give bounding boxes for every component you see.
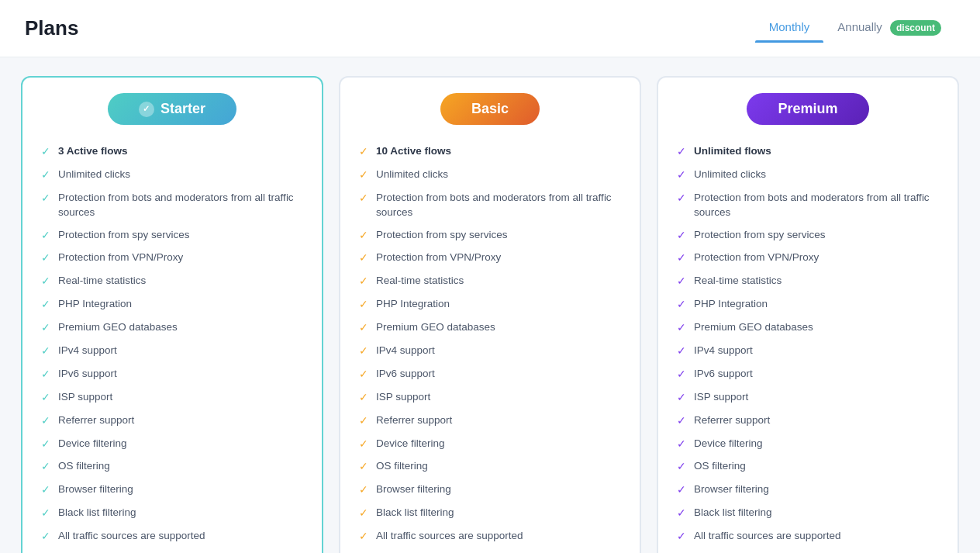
feature-text: Browser filtering [58,482,133,497]
feature-text: Premium GEO databases [694,320,813,335]
list-item: ✓OS filtering [41,455,303,479]
list-item: ✓Referrer support [359,410,621,433]
feature-text: All traffic sources are supported [694,529,841,544]
list-item: ✓Protection from spy services [41,224,303,247]
feature-text: Black list filtering [694,506,772,520]
check-icon: ✓ [677,530,686,544]
list-item: ✓Browser filtering [41,479,303,502]
check-icon: ✓ [677,321,686,336]
list-item: ✓Protection from VPN/Proxy [359,247,621,270]
check-icon: ✓ [41,229,50,244]
list-item: ✓Real-time statistics [359,270,621,293]
check-icon: ✓ [359,321,368,336]
list-item: ✓IPv6 support [677,363,939,386]
check-icon: ✓ [677,145,686,160]
plan-card-premium: Premium✓Unlimited flows✓Unlimited clicks… [657,76,959,553]
feature-text: Protection from spy services [694,228,826,243]
check-icon: ✓ [359,460,368,475]
plan-badge-basic: Basic [440,93,540,125]
list-item: ✓Referrer support [677,410,939,433]
feature-text: OS filtering [58,459,110,474]
feature-text: Referrer support [58,413,134,428]
check-icon: ✓ [359,298,368,313]
list-item: ✓Premium GEO databases [41,316,303,340]
list-item: ✓3 Active flows [41,140,303,164]
check-icon: ✓ [41,251,50,266]
check-icon: ✓ [677,437,686,452]
feature-text: PHP Integration [694,297,768,312]
check-icon: ✓ [41,192,50,206]
list-item: ✓Real-time statistics [677,270,939,293]
billing-annually[interactable]: Annually discount [823,14,955,43]
feature-text: Protection from bots and moderators from… [376,191,621,220]
list-item: ✓Device filtering [359,433,621,456]
plan-card-starter: ✓Starter✓3 Active flows✓Unlimited clicks… [21,76,323,553]
check-icon: ✓ [41,168,50,183]
list-item: ✓10 Active flows [359,140,621,164]
check-icon: ✓ [41,460,50,475]
feature-text: Device filtering [694,437,763,451]
list-item: ✓Protection from spy services [359,224,621,247]
feature-text: IPv4 support [58,344,117,358]
feature-text: Protection from VPN/Proxy [376,251,501,265]
plan-header-basic: Basic [340,78,640,137]
check-icon: ✓ [359,483,368,498]
list-item: ✓IPv6 support [41,363,303,386]
page-title: Plans [25,16,78,40]
list-item: ✓Unlimited flows [677,140,939,164]
plan-header-starter: ✓Starter [22,78,322,137]
billing-toggle: Monthly Annually discount [755,14,955,43]
feature-text: Protection from spy services [58,228,190,243]
feature-text: PHP Integration [376,297,450,312]
check-circle-icon: ✓ [139,102,154,117]
feature-text: Protection from spy services [376,228,508,243]
billing-monthly[interactable]: Monthly [755,14,824,43]
list-item: ✓Device filtering [677,433,939,456]
feature-text: Real-time statistics [58,274,146,289]
list-item: ✓IPv4 support [41,340,303,363]
feature-text: Protection from bots and moderators from… [58,191,303,220]
feature-text: Unlimited clicks [376,168,448,182]
check-icon: ✓ [359,145,368,160]
check-icon: ✓ [359,275,368,289]
features-list-starter: ✓3 Active flows✓Unlimited clicks✓Protect… [22,137,322,553]
list-item: ✓Premium GEO databases [359,316,621,340]
check-icon: ✓ [677,168,686,183]
check-icon: ✓ [41,368,50,382]
list-item: ✓ISP support [41,386,303,410]
plan-header-premium: Premium [658,78,958,137]
check-icon: ✓ [41,344,50,359]
feature-text: IPv4 support [376,344,435,358]
feature-text: Premium GEO databases [58,320,178,335]
feature-text: Unlimited clicks [58,168,130,182]
plan-name-premium: Premium [778,101,837,117]
check-icon: ✓ [359,391,368,406]
features-list-basic: ✓10 Active flows✓Unlimited clicks✓Protec… [340,137,640,553]
feature-text: 3 Active flows [58,144,128,159]
feature-text: Referrer support [376,413,452,428]
list-item: ✓Live support [41,548,303,553]
check-icon: ✓ [359,192,368,206]
feature-text: Protection from VPN/Proxy [58,251,183,265]
plan-card-basic: Basic✓10 Active flows✓Unlimited clicks✓P… [339,76,641,553]
list-item: ✓Unlimited clicks [41,164,303,187]
list-item: ✓Protection from VPN/Proxy [677,247,939,270]
list-item: ✓Referrer support [41,410,303,433]
feature-text: Browser filtering [694,482,769,497]
plan-badge-starter: ✓Starter [108,93,236,125]
list-item: ✓Device filtering [41,433,303,456]
feature-text: IPv6 support [58,367,117,382]
list-item: ✓Priority live support [359,548,621,553]
list-item: ✓Protection from bots and moderators fro… [677,187,939,224]
feature-text: Device filtering [376,437,445,451]
feature-text: Real-time statistics [694,274,782,289]
list-item: ✓Premium GEO databases [677,316,939,340]
list-item: ✓Black list filtering [359,502,621,525]
check-icon: ✓ [41,145,50,160]
feature-text: IPv6 support [694,367,753,382]
list-item: ✓PHP Integration [677,293,939,316]
plan-name-starter: Starter [160,101,205,117]
feature-text: Protection from VPN/Proxy [694,251,819,265]
list-item: ✓Black list filtering [677,502,939,525]
check-icon: ✓ [677,251,686,266]
